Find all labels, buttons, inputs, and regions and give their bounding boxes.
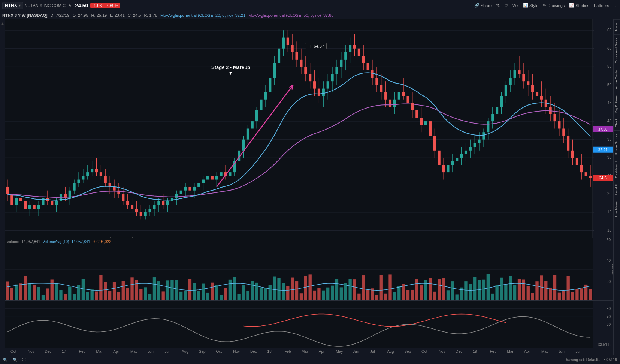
ticker-symbol: NTNX [5,3,17,8]
time-label: May [541,349,548,354]
studies-button[interactable]: 📈 Studies [569,3,589,8]
indicator-chart[interactable] [5,301,613,348]
volume-chart[interactable]: Volume 14,057,841 VolumeAvg (10) 14,057,… [5,238,613,301]
fit-icon[interactable]: ⛶ [22,358,26,362]
time-label: Nov [439,349,445,354]
time-label: May [336,349,343,354]
left-sidebar: ✚ [0,19,5,355]
main-chart[interactable]: Hi: 64.87 Lo: 14.38 Stage 2 - Markup ▼ [5,19,613,238]
time-label: Feb [284,349,291,354]
phase-scores-tab[interactable]: Phase Scores [614,130,620,158]
ticker-box[interactable]: NTNX ▾ [2,2,23,9]
right-sidebar: Trade Times And Sales Active Trader Big … [613,19,620,355]
time-label: Aug [182,349,188,354]
time-label: Mar [507,349,513,354]
time-label: Feb [490,349,496,354]
open-info: O: 24.95 [72,13,88,18]
bottom-bar: 🔍− 🔍+ ⛶ Drawing set: Default... 33.5119 [0,355,620,364]
time-label: Mar [96,349,103,354]
close-info: C: 24.5 [128,13,141,18]
settings-icon[interactable]: ⚙ [504,3,508,8]
time-label: Nov [28,349,34,354]
low-info: L: 23.41 [110,13,125,18]
top-bar: NTNX ▾ NUTANIX INC COM CL A 24.50 -1.96 … [0,0,620,11]
time-label: Oct [10,349,16,354]
time-axis: OctNovDec17FebMarAprMayJunJulAugSepOctNo… [5,348,613,355]
ema20-label: MovAvgExponential (CLOSE, 20, 0, no) 32.… [160,13,245,18]
live-news-tab[interactable]: Live News [614,198,620,220]
lab-icon[interactable]: ⚗ [496,3,500,8]
patterns-button[interactable]: Patterns [594,3,609,8]
times-sales-tab[interactable]: Times And Sales [614,34,620,66]
time-label: Nov [233,349,240,354]
time-label: Apr [113,349,119,354]
bottom-bar-right: Drawing set: Default... 33.5119 [564,358,617,362]
active-trader-tab[interactable]: Active Trader [614,66,620,92]
menu-icon[interactable]: ⋮ [614,3,618,8]
crosshair-icon[interactable]: ✚ [1,22,4,26]
high-info: H: 25.19 [91,13,107,18]
time-label: Jul [575,349,580,354]
big-buttons-tab[interactable]: Big Buttons [614,92,620,116]
time-label: Apr [524,349,530,354]
main-layout: ✚ Hi: 64.87 Lo: 14.38 Stage 2 - Markup ▼ [0,19,620,355]
ticker-description: NUTANIX INC COM CL A [25,3,72,8]
time-label: Sep [404,349,411,354]
zoom-out-icon[interactable]: 🔍− [3,358,10,362]
time-label: Oct [216,349,222,354]
volume-canvas [5,238,613,300]
time-label: Oct [421,349,427,354]
range-info: R: 1.78 [144,13,157,18]
indicator-value: 33.5119 [604,358,617,362]
top-bar-actions: 🔗 Share ⚗ ⚙ Wk 📊 Style ✏ Drawings 📈 Stud… [474,3,618,8]
time-label: Mar [302,349,308,354]
time-label: 18 [267,349,272,354]
time-label: Aug [387,349,394,354]
time-label: Dec [250,349,257,354]
chart-symbol: NTNX 3 Y W [NASDAQ] [2,13,48,18]
date-info: D: 7/22/19 [51,13,70,18]
time-label: 17 [62,349,66,354]
zoom-in-icon[interactable]: 🔍+ [13,358,19,362]
timeframe-selector[interactable]: Wk [512,3,518,8]
chart-info-bar: NTNX 3 Y W [NASDAQ] D: 7/22/19 O: 24.95 … [0,11,620,19]
drawings-button[interactable]: ✏ Drawings [543,3,565,8]
current-price: 24.50 [75,3,88,9]
time-label: Jun [353,349,359,354]
time-label: 19 [473,349,477,354]
level2-tab[interactable]: Level II [614,181,620,198]
time-label: Sep [199,349,206,354]
exchange-dropdown[interactable]: ▾ [19,3,21,7]
time-label: Dec [456,349,462,354]
hi-annotation: Hi: 64.87 [305,43,327,49]
time-label: Apr [319,349,325,354]
time-label: Feb [79,349,85,354]
time-label: Jul [164,349,169,354]
chart-container: Hi: 64.87 Lo: 14.38 Stage 2 - Markup ▼ V… [5,19,613,355]
volume-label: Volume 14,057,841 VolumeAvg (10) 14,057,… [7,240,111,244]
time-label: Dec [45,349,51,354]
time-label: Jun [148,349,154,354]
share-button[interactable]: 🔗 Share [474,3,492,8]
chart-tab[interactable]: Chart [614,116,620,130]
price-change-badge: -1.96 -4.69% [90,3,120,8]
main-chart-canvas [5,19,613,238]
time-label: Jul [370,349,375,354]
style-button[interactable]: 📊 Style [523,3,538,8]
dashboard-tab[interactable]: Dashboard [614,158,620,181]
drawing-mode-label[interactable]: Drawing set: Default... [564,358,601,362]
trade-tab[interactable]: Trade [614,19,620,34]
indicator-canvas [5,301,613,348]
ema50-label: MovAvgExponential (CLOSE, 50, 0, no) 37.… [248,13,333,18]
time-label: Jun [559,349,565,354]
time-label: May [130,349,137,354]
